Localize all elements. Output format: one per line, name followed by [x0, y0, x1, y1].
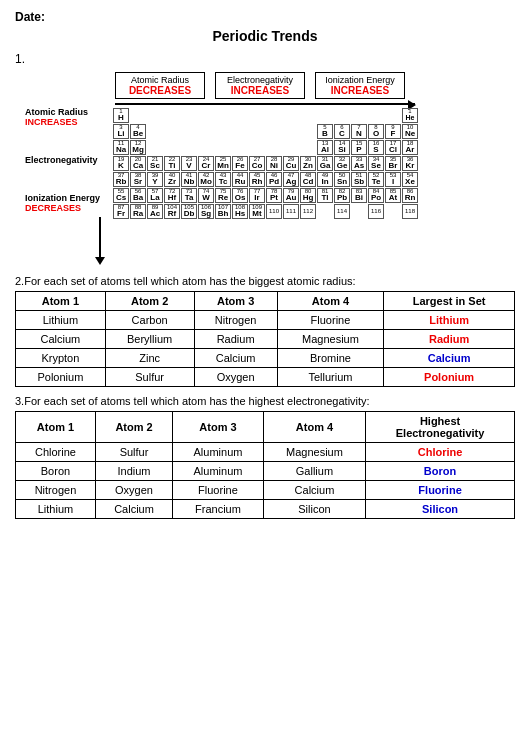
col-header-atom4: Atom 4 [277, 292, 384, 311]
atomic-radius-side-label: Atomic Radius INCREASES [25, 107, 113, 127]
electronegativity-legend-title: Electronegativity [222, 75, 298, 85]
answer-cell: Chlorine [366, 443, 515, 462]
ionization-energy-legend-value: INCREASES [322, 85, 398, 96]
answer-cell: Lithium [384, 311, 515, 330]
col-header-atom1: Atom 1 [16, 412, 96, 443]
atomic-radius-legend-title: Atomic Radius [122, 75, 198, 85]
cell: Calcium [263, 481, 365, 500]
page-title: Periodic Trends [15, 28, 515, 44]
periodic-table: 1H 1He 3Li 4Be 5B 6C 7N 8O 9F 10N [113, 107, 419, 219]
cell: Krypton [16, 349, 106, 368]
atomic-radius-legend-value: DECREASES [122, 85, 198, 96]
ionization-energy-legend-title: Ionization Energy [322, 75, 398, 85]
answer-cell: Radium [384, 330, 515, 349]
cell: Silicon [263, 500, 365, 519]
electronegativity-side-label: Electronegativity [25, 155, 113, 165]
cell: Beryllium [105, 330, 194, 349]
cell: Francium [173, 500, 264, 519]
col-header-atom3: Atom 3 [173, 412, 264, 443]
cell: Bromine [277, 349, 384, 368]
cell: Magnesium [277, 330, 384, 349]
cell: Lithium [16, 500, 96, 519]
cell: Sulfur [95, 443, 172, 462]
cell: Carbon [105, 311, 194, 330]
cell: Tellurium [277, 368, 384, 387]
table-row: Boron Indium Aluminum Gallium Boron [16, 462, 515, 481]
cell: Sulfur [105, 368, 194, 387]
cell: Radium [194, 330, 277, 349]
table-row: Lithium Calcium Francium Silicon Silicon [16, 500, 515, 519]
cell: Oxygen [95, 481, 172, 500]
section2-question: 2.For each set of atoms tell which atom … [15, 275, 515, 287]
col-header-atom2: Atom 2 [95, 412, 172, 443]
ionization-energy-side-label: Ionization Energy DECREASES [25, 193, 113, 213]
col-header-atom4: Atom 4 [263, 412, 365, 443]
answer-cell: Silicon [366, 500, 515, 519]
col-header-highest: HighestElectronegativity [366, 412, 515, 443]
col-header-largest: Largest in Set [384, 292, 515, 311]
table-row: Nitrogen Oxygen Fluorine Calcium Fluorin… [16, 481, 515, 500]
cell: Fluorine [277, 311, 384, 330]
cell: Boron [16, 462, 96, 481]
table-row: Krypton Zinc Calcium Bromine Calcium [16, 349, 515, 368]
cell: Nitrogen [194, 311, 277, 330]
table-row: Calcium Beryllium Radium Magnesium Radiu… [16, 330, 515, 349]
cell: Chlorine [16, 443, 96, 462]
date-label: Date: [15, 10, 515, 24]
atomic-radius-table: Atom 1 Atom 2 Atom 3 Atom 4 Largest in S… [15, 291, 515, 387]
table-row: Chlorine Sulfur Aluminum Magnesium Chlor… [16, 443, 515, 462]
down-arrow-icon [95, 217, 105, 265]
ionization-energy-legend: Ionization Energy INCREASES [315, 72, 405, 99]
col-header-atom1: Atom 1 [16, 292, 106, 311]
atomic-radius-legend: Atomic Radius DECREASES [115, 72, 205, 99]
cell: Calcium [95, 500, 172, 519]
cell: Lithium [16, 311, 106, 330]
right-arrow-icon [115, 103, 415, 105]
cell: Indium [95, 462, 172, 481]
answer-cell: Fluorine [366, 481, 515, 500]
section3-question: 3.For each set of atoms tell which atom … [15, 395, 515, 407]
table-row: Lithium Carbon Nitrogen Fluorine Lithium [16, 311, 515, 330]
electronegativity-table: Atom 1 Atom 2 Atom 3 Atom 4 HighestElect… [15, 411, 515, 519]
table-row: Polonium Sulfur Oxygen Tellurium Poloniu… [16, 368, 515, 387]
col-header-atom2: Atom 2 [105, 292, 194, 311]
electronegativity-legend-value: INCREASES [222, 85, 298, 96]
cell: Calcium [194, 349, 277, 368]
cell: Nitrogen [16, 481, 96, 500]
cell: Aluminum [173, 443, 264, 462]
col-header-atom3: Atom 3 [194, 292, 277, 311]
cell: Calcium [16, 330, 106, 349]
cell: Gallium [263, 462, 365, 481]
cell: Zinc [105, 349, 194, 368]
cell: Oxygen [194, 368, 277, 387]
electronegativity-legend: Electronegativity INCREASES [215, 72, 305, 99]
cell: Fluorine [173, 481, 264, 500]
cell: Aluminum [173, 462, 264, 481]
section1-number: 1. [15, 52, 515, 66]
cell: Magnesium [263, 443, 365, 462]
cell: Polonium [16, 368, 106, 387]
answer-cell: Calcium [384, 349, 515, 368]
answer-cell: Boron [366, 462, 515, 481]
answer-cell: Polonium [384, 368, 515, 387]
